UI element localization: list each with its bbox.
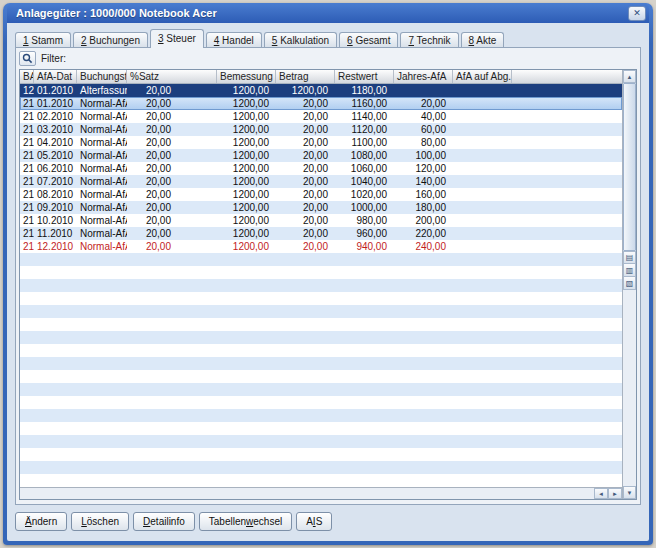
table-row[interactable]: 2111.2010Normal-AfA20,001200,0020,00960,… bbox=[20, 227, 622, 240]
cell-afa-auf-abg bbox=[453, 253, 512, 266]
empty-row[interactable] bbox=[20, 409, 622, 422]
cell-jahres-afa: 220,00 bbox=[394, 227, 453, 240]
cell-betrag: 20,00 bbox=[276, 136, 335, 149]
empty-row[interactable] bbox=[20, 474, 622, 487]
tab-steuer[interactable]: 3 Steuer bbox=[150, 29, 204, 48]
cell-buchungstext: Normal-AfA bbox=[77, 110, 127, 123]
cell-ba: 21 bbox=[20, 201, 34, 214]
table-row[interactable]: 2112.2010Normal-AfA20,001200,0020,00940,… bbox=[20, 240, 622, 253]
cell-satz bbox=[127, 279, 217, 292]
column-header-bemessung[interactable]: Bemessung bbox=[217, 70, 276, 83]
ais-button[interactable]: AIS bbox=[296, 512, 332, 531]
column-header-restwert[interactable]: Restwert bbox=[335, 70, 394, 83]
grid-tool-button-2[interactable]: ▥ bbox=[623, 264, 636, 277]
empty-row[interactable] bbox=[20, 266, 622, 279]
cell-filler bbox=[512, 474, 622, 487]
horizontal-scrollbar[interactable]: ◄ ► bbox=[20, 487, 622, 499]
cell-bemessung bbox=[217, 266, 276, 279]
empty-row[interactable] bbox=[20, 370, 622, 383]
table-row[interactable]: 2106.2010Normal-AfA20,001200,0020,001060… bbox=[20, 162, 622, 175]
empty-row[interactable] bbox=[20, 448, 622, 461]
cell-bemessung bbox=[217, 370, 276, 383]
tab-akte[interactable]: 8 Akte bbox=[461, 32, 505, 47]
cell-bemessung bbox=[217, 409, 276, 422]
filter-search-button[interactable] bbox=[19, 51, 36, 66]
tab-handel[interactable]: 4 Handel bbox=[206, 32, 262, 47]
table-row[interactable]: 2104.2010Normal-AfA20,001200,0020,001100… bbox=[20, 136, 622, 149]
title-bar[interactable]: Anlagegüter : 1000/000 Notebook Acer ✕ bbox=[7, 3, 649, 23]
cell-afa-auf-abg bbox=[453, 344, 512, 357]
cell-betrag bbox=[276, 370, 335, 383]
table-row[interactable]: 2108.2010Normal-AfA20,001200,0020,001020… bbox=[20, 188, 622, 201]
tab-stamm[interactable]: 1 Stamm bbox=[15, 32, 71, 47]
scroll-up-button[interactable]: ▲ bbox=[623, 70, 636, 83]
cell-buchungstext: Normal-AfA bbox=[77, 240, 127, 253]
empty-row[interactable] bbox=[20, 344, 622, 357]
empty-row[interactable] bbox=[20, 396, 622, 409]
empty-row[interactable] bbox=[20, 383, 622, 396]
detailinfo-button[interactable]: Detailinfo bbox=[133, 512, 195, 531]
column-header-ba[interactable]: BA bbox=[20, 70, 34, 83]
cell-bemessung: 1200,00 bbox=[217, 149, 276, 162]
empty-row[interactable] bbox=[20, 461, 622, 474]
cell-satz: 20,00 bbox=[127, 227, 217, 240]
empty-row[interactable] bbox=[20, 253, 622, 266]
column-header-satz[interactable]: %Satz bbox=[127, 70, 217, 83]
cell-satz: 20,00 bbox=[127, 136, 217, 149]
table-row[interactable]: 2107.2010Normal-AfA20,001200,0020,001040… bbox=[20, 175, 622, 188]
column-header-jahres-afa[interactable]: Jahres-AfA bbox=[394, 70, 453, 83]
aendern-button[interactable]: Ändern bbox=[15, 512, 67, 531]
grid-tool-button-3[interactable]: ▧ bbox=[623, 277, 636, 290]
table-row[interactable]: 1201.2010Alterfassung20,001200,001200,00… bbox=[20, 84, 622, 97]
empty-row[interactable] bbox=[20, 279, 622, 292]
table-row[interactable]: 2101.2010Normal-AfA20,001200,0020,001160… bbox=[20, 97, 622, 110]
cell-jahres-afa: 240,00 bbox=[394, 240, 453, 253]
cell-jahres-afa bbox=[394, 253, 453, 266]
empty-row[interactable] bbox=[20, 318, 622, 331]
cell-betrag: 20,00 bbox=[276, 227, 335, 240]
cell-afa-dat bbox=[34, 305, 77, 318]
scroll-right-button[interactable]: ► bbox=[608, 488, 622, 499]
table-row[interactable]: 2109.2010Normal-AfA20,001200,0020,001000… bbox=[20, 201, 622, 214]
empty-row[interactable] bbox=[20, 331, 622, 344]
tab-buchungen[interactable]: 2 Buchungen bbox=[73, 32, 148, 47]
scroll-down-button[interactable]: ▼ bbox=[623, 486, 636, 499]
cell-restwert: 1120,00 bbox=[335, 123, 394, 136]
table-row[interactable]: 2110.2010Normal-AfA20,001200,0020,00980,… bbox=[20, 214, 622, 227]
empty-row[interactable] bbox=[20, 435, 622, 448]
table-row[interactable]: 2102.2010Normal-AfA20,001200,0020,001140… bbox=[20, 110, 622, 123]
tab-gesamt[interactable]: 6 Gesamt bbox=[339, 32, 398, 47]
cell-afa-dat: 09.2010 bbox=[34, 201, 77, 214]
close-button[interactable]: ✕ bbox=[628, 6, 646, 21]
empty-row[interactable] bbox=[20, 305, 622, 318]
column-header-afa-dat[interactable]: AfA-Dat bbox=[34, 70, 77, 83]
vertical-scrollbar[interactable]: ▲ ▤▥▧ ▼ bbox=[622, 70, 636, 499]
cell-filler bbox=[512, 305, 622, 318]
empty-row[interactable] bbox=[20, 357, 622, 370]
empty-row[interactable] bbox=[20, 292, 622, 305]
scroll-left-button[interactable]: ◄ bbox=[594, 488, 608, 499]
cell-restwert bbox=[335, 448, 394, 461]
tabellenwechsel-button[interactable]: Tabellenwechsel bbox=[199, 512, 292, 531]
tab-technik[interactable]: 7 Technik bbox=[400, 32, 458, 47]
cell-afa-auf-abg bbox=[453, 214, 512, 227]
cell-bemessung bbox=[217, 383, 276, 396]
horizontal-scroll-track[interactable] bbox=[20, 488, 594, 499]
button-bar: ÄndernLöschenDetailinfoTabellenwechselAI… bbox=[15, 511, 332, 531]
column-header-afa-auf-abg[interactable]: AfA auf Abg. bbox=[453, 70, 512, 83]
cell-afa-auf-abg bbox=[453, 123, 512, 136]
vertical-scroll-thumb[interactable] bbox=[623, 83, 636, 251]
column-header-buchungstext[interactable]: Buchungstext bbox=[77, 70, 127, 83]
tab-kalkulation[interactable]: 5 Kalkulation bbox=[264, 32, 337, 47]
vertical-scroll-track[interactable] bbox=[623, 290, 636, 486]
table-row[interactable]: 2103.2010Normal-AfA20,001200,0020,001120… bbox=[20, 123, 622, 136]
cell-satz bbox=[127, 253, 217, 266]
cell-satz bbox=[127, 370, 217, 383]
empty-row[interactable] bbox=[20, 422, 622, 435]
grid-tool-button-1[interactable]: ▤ bbox=[623, 251, 636, 264]
cell-afa-auf-abg bbox=[453, 84, 512, 97]
cell-satz bbox=[127, 357, 217, 370]
table-row[interactable]: 2105.2010Normal-AfA20,001200,0020,001080… bbox=[20, 149, 622, 162]
loeschen-button[interactable]: Löschen bbox=[71, 512, 129, 531]
column-header-betrag[interactable]: Betrag bbox=[276, 70, 335, 83]
